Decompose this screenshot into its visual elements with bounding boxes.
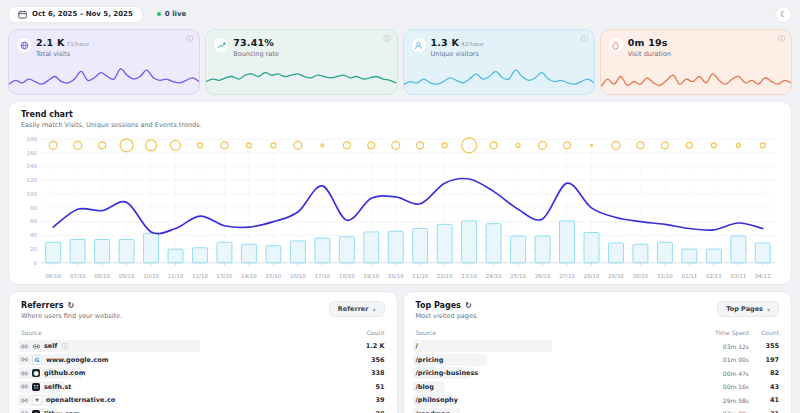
user-icon — [412, 38, 426, 52]
referrer-row[interactable]: ●github.com338 — [21, 367, 385, 379]
referrer-count: 39 — [355, 396, 385, 404]
stat-label: Bouncing rate — [233, 50, 279, 58]
referrers-panel: Referrers ↻ Where users find your websit… — [8, 291, 398, 413]
svg-text:17/10: 17/10 — [314, 273, 330, 279]
page-time-spent: 00m 16s — [699, 383, 749, 390]
svg-text:31/10: 31/10 — [657, 273, 673, 279]
live-indicator: 0 live — [157, 10, 186, 18]
flame-icon — [609, 38, 623, 52]
svg-text:18/10: 18/10 — [339, 273, 355, 279]
sparkline-total-visits — [9, 62, 199, 94]
svg-text:21/10: 21/10 — [412, 273, 428, 279]
svg-text:29/10: 29/10 — [608, 273, 624, 279]
svg-text:19/10: 19/10 — [363, 273, 379, 279]
svg-text:06/10: 06/10 — [45, 273, 61, 279]
svg-text:15/10: 15/10 — [266, 273, 282, 279]
link-icon — [21, 343, 28, 350]
stat-value: 1.3 K — [431, 37, 460, 48]
referrer-source: self — [44, 342, 57, 350]
top-pages-filter-dropdown[interactable]: Top Pages ▾ — [717, 301, 779, 317]
page-count: 31 — [749, 410, 779, 413]
site-favicon: ∷ — [32, 383, 40, 391]
referrers-subtitle: Where users find your website. — [21, 312, 122, 320]
referrer-row[interactable]: selfⓘ1.2 K — [21, 340, 385, 352]
date-range-label: Oct 6, 2025 – Nov 5, 2025 — [32, 10, 133, 18]
svg-text:180: 180 — [27, 136, 38, 142]
top-pages-table-header: Source Time Spent Count — [416, 329, 780, 336]
stat-rate: 42/hour — [461, 41, 484, 47]
svg-text:08/10: 08/10 — [94, 273, 110, 279]
referrer-count: 356 — [355, 356, 385, 364]
trend-chart-subtitle: Easily match Visits, Unique sessions and… — [21, 121, 779, 129]
svg-text:22/10: 22/10 — [437, 273, 453, 279]
stat-card-unique-visitors: ⓘ 1.3 K42/hour Unique visitors — [403, 29, 595, 95]
svg-text:07/10: 07/10 — [70, 273, 86, 279]
top-pages-title: Top Pages — [416, 301, 461, 310]
svg-text:14/10: 14/10 — [241, 273, 257, 279]
site-favicon: ○ — [32, 410, 40, 413]
page-count: 43 — [749, 383, 779, 391]
top-page-row[interactable]: /roadmap03m 00s31 — [416, 408, 780, 413]
date-range-picker[interactable]: Oct 6, 2025 – Nov 5, 2025 — [8, 6, 143, 23]
referrers-title: Referrers — [21, 301, 64, 310]
stat-card-total-visits: ⓘ 2.1 K71/hour Total visits — [8, 29, 200, 95]
page-count: 41 — [749, 396, 779, 404]
theme-toggle-button[interactable]: ☾ — [775, 6, 792, 23]
referrers-table: selfⓘ1.2 KGwww.google.com356●github.com3… — [21, 340, 385, 413]
info-icon[interactable]: ⓘ — [384, 34, 391, 44]
stat-card-bouncing-rate: ⓘ 73.41% Bouncing rate — [205, 29, 397, 95]
info-icon[interactable]: ⓘ — [778, 34, 785, 44]
svg-text:11/10: 11/10 — [168, 273, 184, 279]
page-time-spent: 00m 47s — [699, 370, 749, 377]
svg-text:120: 120 — [27, 177, 38, 183]
globe-icon — [17, 38, 31, 52]
page-path: /pricing-business — [416, 369, 479, 377]
page-path: /philosophy — [416, 396, 458, 404]
referrer-filter-dropdown[interactable]: Referrer ▾ — [329, 301, 385, 317]
column-time-spent: Time Spent — [699, 329, 749, 336]
svg-text:04/11: 04/11 — [755, 273, 771, 279]
info-icon[interactable]: ⓘ — [186, 34, 193, 44]
top-page-row[interactable]: /blog00m 16s43 — [416, 381, 780, 393]
topbar: Oct 6, 2025 – Nov 5, 2025 0 live ☾ — [8, 5, 792, 23]
page-time-spent: 01m 00s — [699, 356, 749, 363]
svg-text:27/10: 27/10 — [559, 273, 575, 279]
column-count: Count — [749, 329, 779, 336]
site-favicon: ✳ — [32, 395, 42, 405]
trend-chart[interactable]: 02040608010012014016018006/1007/1008/100… — [21, 131, 779, 283]
stat-card-visit-duration: ⓘ 0m 19s Visit duration — [600, 29, 792, 95]
top-page-row[interactable]: /philosophy29m 58s41 — [416, 394, 780, 406]
referrer-count: 1.2 K — [355, 342, 385, 350]
info-icon[interactable]: ⓘ — [61, 342, 67, 351]
referrer-row[interactable]: ∷selfh.st51 — [21, 381, 385, 393]
sparkline-unique-visitors — [404, 62, 594, 94]
refresh-icon[interactable]: ↻ — [68, 302, 75, 310]
refresh-icon[interactable]: ↻ — [465, 302, 472, 310]
site-favicon: G — [32, 355, 42, 365]
referrer-row[interactable]: Gwww.google.com356 — [21, 354, 385, 366]
top-page-row[interactable]: /pricing-business00m 47s82 — [416, 367, 780, 379]
sparkline-bouncing-rate — [206, 62, 396, 94]
svg-text:160: 160 — [27, 150, 38, 156]
referrer-count: 28 — [355, 410, 385, 413]
page-path: /pricing — [416, 356, 444, 364]
svg-text:23/10: 23/10 — [461, 273, 477, 279]
top-page-row[interactable]: /03m 12s355 — [416, 340, 780, 352]
live-dot — [157, 12, 161, 16]
svg-text:60: 60 — [30, 218, 37, 224]
trend-line-icon — [214, 38, 228, 52]
page-count: 355 — [749, 342, 779, 350]
stat-value: 0m 19s — [628, 37, 668, 48]
info-icon[interactable]: ⓘ — [581, 34, 588, 44]
page-count: 197 — [749, 356, 779, 364]
top-page-row[interactable]: /pricing01m 00s197 — [416, 354, 780, 366]
link-icon — [21, 370, 28, 377]
referrer-source: openalternative.co — [46, 396, 115, 404]
moon-icon: ☾ — [780, 10, 787, 19]
analytics-dashboard: Oct 6, 2025 – Nov 5, 2025 0 live ☾ ⓘ 2.1… — [0, 0, 800, 413]
referrer-row[interactable]: ✳openalternative.co39 — [21, 394, 385, 406]
link-icon — [21, 356, 28, 363]
stat-label: Total visits — [36, 50, 89, 58]
referrer-row[interactable]: ○litlyx.com28 — [21, 408, 385, 413]
page-time-spent: 29m 58s — [699, 397, 749, 404]
